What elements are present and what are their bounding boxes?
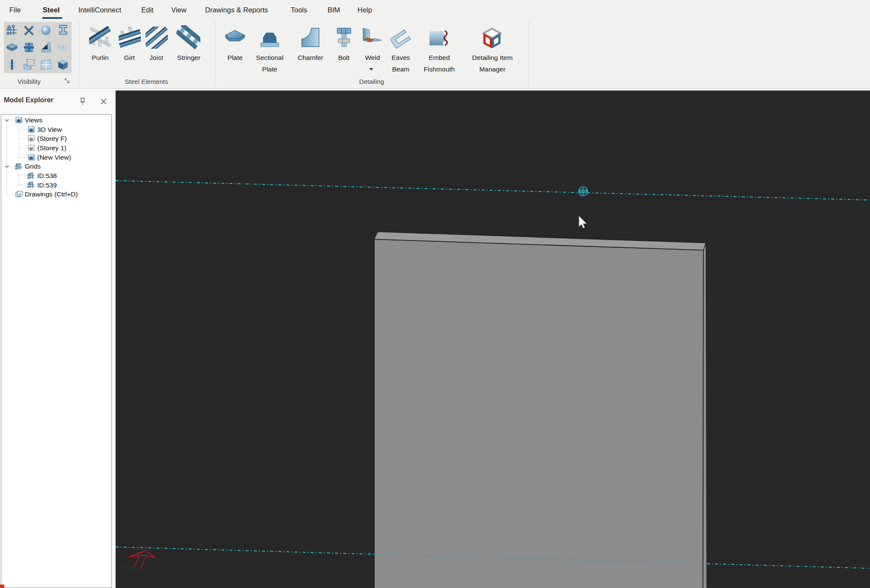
btn-purlin[interactable] bbox=[89, 26, 112, 49]
label-detailing: Detailing bbox=[325, 77, 419, 86]
node-drawings[interactable]: Drawings (Ctrl+D) bbox=[25, 190, 78, 199]
advance-steel-window: File Steel IntelliConnect Edit View Draw… bbox=[0, 0, 870, 588]
btn-bolt[interactable] bbox=[334, 27, 353, 48]
menu-tools[interactable]: Tools bbox=[291, 6, 307, 14]
menu-intelliconnect[interactable]: IntelliConnect bbox=[78, 6, 121, 14]
btn-sectional-plate[interactable] bbox=[259, 31, 280, 49]
menu-bar: File Steel IntelliConnect Edit View Draw… bbox=[0, 0, 870, 19]
btn-joist[interactable] bbox=[146, 27, 168, 49]
node-id539[interactable]: ID:539 bbox=[37, 181, 57, 190]
btn-dim[interactable] bbox=[482, 28, 502, 49]
node-views[interactable]: Views bbox=[25, 116, 42, 125]
panel-close[interactable] bbox=[101, 98, 107, 104]
btn-stringer[interactable] bbox=[176, 25, 200, 49]
node-id538[interactable]: ID:538 bbox=[37, 172, 57, 180]
menu-view[interactable]: View bbox=[171, 6, 186, 14]
menu-help[interactable]: Help bbox=[358, 6, 372, 14]
menu-file[interactable]: File bbox=[9, 6, 21, 14]
menu-bim[interactable]: BIM bbox=[328, 6, 340, 14]
btn-girt[interactable] bbox=[119, 27, 141, 49]
node-storeyf[interactable]: (Storey F) bbox=[37, 134, 67, 143]
menu-edit[interactable]: Edit bbox=[141, 6, 153, 14]
menu-drawings[interactable]: Drawings & Reports bbox=[205, 6, 268, 14]
workspace: Model Explorer bbox=[0, 89, 870, 588]
panel-title: Model Explorer bbox=[4, 96, 54, 104]
model-explorer: Model Explorer bbox=[0, 89, 116, 588]
menu-steel[interactable]: Steel bbox=[43, 6, 60, 14]
label-sectional2: Plate bbox=[233, 64, 306, 74]
label-steel-elements: Steel Elements bbox=[99, 77, 194, 86]
btn-plate[interactable] bbox=[224, 30, 246, 48]
ribbon: Visibility bbox=[0, 19, 870, 89]
node-3dview[interactable]: 3D View bbox=[37, 125, 62, 134]
node-storey1[interactable]: (Storey 1) bbox=[37, 144, 66, 152]
panel-pin[interactable] bbox=[80, 98, 86, 105]
tree: Views 3D View (Storey F) (Storey 1) (New… bbox=[1, 114, 112, 588]
btn-eaves-beam[interactable] bbox=[390, 28, 412, 48]
viewport bbox=[116, 90, 870, 588]
node-newview[interactable]: (New View) bbox=[37, 153, 71, 162]
node-grids[interactable]: Grids bbox=[25, 162, 41, 171]
label-dim2: Manager bbox=[456, 64, 529, 74]
btn-weld[interactable] bbox=[361, 27, 382, 48]
label-dim1: Detailing Item bbox=[456, 52, 529, 63]
btn-embed-fishmouth[interactable] bbox=[429, 30, 450, 46]
btn-chamfer[interactable] bbox=[301, 27, 320, 48]
